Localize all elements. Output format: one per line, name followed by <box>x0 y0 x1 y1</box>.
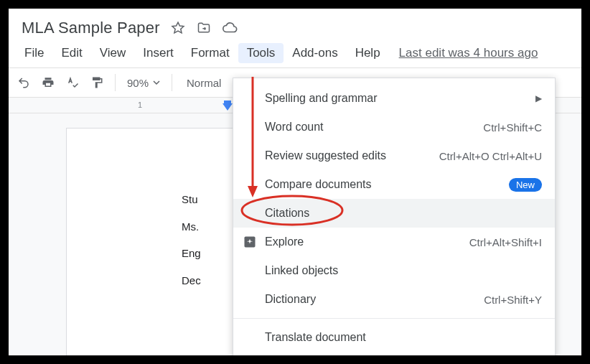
menu-linked-objects[interactable]: Linked objects <box>233 256 555 285</box>
title-row: MLA Sample Paper <box>9 9 581 40</box>
menu-item-label: Review suggested edits <box>265 149 432 162</box>
last-edit-link[interactable]: Last edit was 4 hours ago <box>399 46 538 60</box>
menu-format[interactable]: Format <box>182 43 238 63</box>
style-value: Normal <box>187 77 221 89</box>
app-frame: MLA Sample Paper File Edit View Insert F… <box>9 9 581 355</box>
print-icon[interactable] <box>37 72 59 93</box>
star-icon[interactable] <box>170 20 186 36</box>
menu-citations[interactable]: Citations <box>233 199 555 228</box>
menu-explore[interactable]: Explore Ctrl+Alt+Shift+I <box>233 228 555 256</box>
blank-icon <box>242 90 258 106</box>
keyboard-shortcut: Ctrl+Shift+C <box>483 121 542 134</box>
menu-word-count[interactable]: Word count Ctrl+Shift+C <box>233 113 555 141</box>
menu-item-label: Dictionary <box>265 293 477 306</box>
blank-icon <box>242 119 258 135</box>
move-folder-icon[interactable] <box>196 20 212 36</box>
menu-item-label: Linked objects <box>265 264 542 277</box>
paint-format-icon[interactable] <box>86 72 108 93</box>
menu-file[interactable]: File <box>16 43 52 63</box>
menu-dictionary[interactable]: Dictionary Ctrl+Shift+Y <box>233 285 555 314</box>
keyboard-shortcut: Ctrl+Alt+O Ctrl+Alt+U <box>439 150 542 162</box>
menu-item-label: Word count <box>265 121 476 134</box>
blank-icon <box>242 330 258 345</box>
blank-icon <box>242 148 258 164</box>
menu-spelling-grammar[interactable]: Spelling and grammar ▶ <box>233 84 555 113</box>
new-badge: New <box>509 178 542 192</box>
cloud-status-icon[interactable] <box>222 20 238 36</box>
menu-item-label: Compare documents <box>265 178 502 191</box>
zoom-dropdown[interactable]: 90% <box>123 77 164 89</box>
menu-view[interactable]: View <box>91 43 135 63</box>
menu-compare-documents[interactable]: Compare documents New <box>233 170 555 199</box>
keyboard-shortcut: Ctrl+Alt+Shift+I <box>469 236 542 248</box>
menu-addons[interactable]: Add-ons <box>284 43 346 63</box>
menu-item-label: Explore <box>265 235 462 248</box>
blank-icon <box>242 205 258 221</box>
blank-icon <box>242 177 258 192</box>
menu-help[interactable]: Help <box>347 43 389 63</box>
chevron-down-icon <box>153 79 160 86</box>
menubar: File Edit View Insert Format Tools Add-o… <box>9 40 581 67</box>
tools-dropdown: Spelling and grammar ▶ Word count Ctrl+S… <box>233 78 556 355</box>
menu-translate-document[interactable]: Translate document <box>233 323 555 352</box>
keyboard-shortcut: Ctrl+Shift+Y <box>484 294 542 306</box>
spellcheck-icon[interactable] <box>62 72 83 93</box>
menu-insert[interactable]: Insert <box>134 43 182 63</box>
menu-item-label: Translate document <box>265 331 542 344</box>
blank-icon <box>242 291 258 307</box>
explore-icon <box>242 234 258 250</box>
menu-separator <box>233 318 555 319</box>
ruler-tick-1: 1 <box>138 101 142 109</box>
undo-icon[interactable] <box>13 72 34 93</box>
menu-edit[interactable]: Edit <box>52 43 90 63</box>
left-indent-marker[interactable] <box>223 103 233 111</box>
paragraph-style-dropdown[interactable]: Normal <box>179 77 228 89</box>
menu-tools[interactable]: Tools <box>238 43 284 63</box>
toolbar-separator <box>115 74 116 91</box>
menu-review-suggested-edits[interactable]: Review suggested edits Ctrl+Alt+O Ctrl+A… <box>233 141 555 170</box>
menu-item-label: Spelling and grammar <box>265 92 528 105</box>
toolbar-separator <box>172 74 172 91</box>
menu-item-label: Citations <box>265 207 542 220</box>
zoom-value: 90% <box>127 77 149 89</box>
blank-icon <box>242 263 258 279</box>
document-title[interactable]: MLA Sample Paper <box>22 19 160 37</box>
submenu-arrow-icon: ▶ <box>535 93 542 103</box>
